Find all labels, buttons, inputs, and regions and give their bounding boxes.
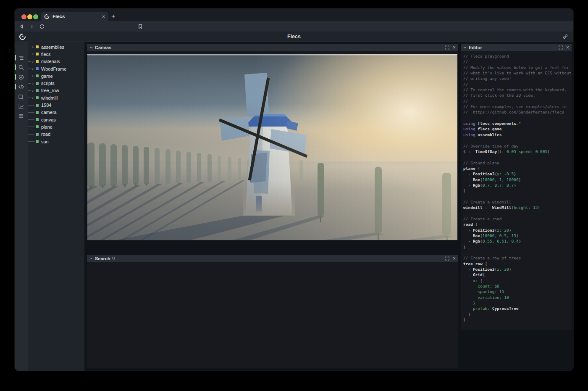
expand-chevron-icon[interactable]: › — [31, 88, 34, 93]
expand-chevron-icon[interactable]: › — [31, 81, 34, 86]
chevron-down-icon[interactable] — [89, 46, 93, 49]
code-line: - Rgb{0.55, 0.51, 0.4} — [463, 238, 571, 244]
code-line: // Create a row of trees — [463, 255, 571, 261]
code-line: // Ground plane — [463, 160, 571, 166]
tree-item[interactable]: ›flecs — [28, 50, 84, 58]
close-icon[interactable]: × — [566, 45, 569, 50]
reload-button[interactable] — [39, 24, 45, 29]
stats-chart-icon[interactable] — [15, 102, 28, 111]
log-list-icon[interactable] — [15, 111, 28, 120]
code-line: - Position3{z: 20} — [463, 227, 571, 233]
code-line — [463, 137, 571, 143]
tree-guide-line — [28, 134, 34, 135]
canvas-3d-view[interactable] — [87, 54, 457, 240]
search-icon — [112, 256, 116, 261]
fullscreen-icon[interactable] — [445, 256, 449, 261]
search-panel-header[interactable]: • Search × — [87, 255, 458, 262]
code-line: - Position3{z: 30} — [463, 267, 571, 272]
tree-guide-line — [28, 61, 31, 62]
code-line: prefab: CypressTree — [463, 306, 571, 311]
close-icon[interactable]: × — [453, 45, 456, 50]
canvas-panel: Canvas × — [87, 44, 458, 241]
tree-item-label: plane — [41, 124, 52, 129]
code-line: // Flecs playground — [463, 53, 571, 59]
bookmark-icon[interactable] — [137, 24, 143, 29]
tree-guide-line — [28, 112, 34, 113]
tree-item[interactable]: ›assemblies — [28, 43, 84, 50]
close-icon[interactable]: × — [453, 256, 456, 261]
tree-item[interactable]: sun — [28, 138, 84, 145]
close-window-button[interactable] — [21, 14, 26, 19]
inspector-icon[interactable] — [15, 92, 28, 102]
query-search-icon[interactable] — [15, 63, 28, 72]
code-editor[interactable]: // Flecs playground//// Modify the value… — [463, 53, 571, 328]
tree-item[interactable]: road — [28, 131, 84, 138]
entity-tree-icon[interactable] — [15, 53, 28, 62]
tab-title: Flecs — [52, 14, 99, 19]
code-line: // Create a windmill — [463, 199, 571, 205]
tree-guide-line — [28, 105, 34, 106]
canvas-panel-header[interactable]: Canvas × — [87, 44, 458, 51]
app-header: Flecs — [15, 32, 573, 42]
browser-tab[interactable]: Flecs × — [41, 12, 108, 21]
tree-item[interactable]: ›game — [28, 72, 84, 79]
minimize-window-button[interactable] — [27, 14, 32, 19]
back-button[interactable] — [19, 24, 25, 29]
code-line: // Modify the values below to get a feel… — [463, 65, 571, 70]
tree-guide-line — [28, 69, 31, 69]
collapsed-bullet-icon[interactable]: • — [89, 256, 93, 261]
editor-panel-header[interactable]: Editor × — [461, 44, 572, 51]
code-line — [463, 250, 571, 255]
expand-chevron-icon[interactable]: › — [31, 52, 34, 56]
fullscreen-icon[interactable] — [445, 45, 449, 50]
canvas-3d-icon[interactable] — [15, 72, 28, 82]
entity-color-square — [36, 60, 39, 63]
entity-color-square — [36, 89, 39, 92]
tree-item[interactable]: plane — [28, 123, 84, 130]
tree-item-label: windmill — [41, 95, 58, 100]
tree-item-label: materials — [41, 59, 60, 64]
code-line: // — [463, 82, 571, 87]
tab-close-icon[interactable]: × — [102, 14, 105, 19]
tree-guide-line — [28, 47, 31, 47]
share-link-icon[interactable] — [562, 34, 568, 40]
tree-guide-line — [28, 127, 34, 127]
expand-chevron-icon[interactable]: › — [31, 74, 34, 78]
entity-color-square — [36, 125, 39, 128]
tree-item[interactable]: ›scripts — [28, 79, 84, 87]
expand-chevron-icon[interactable]: › — [31, 66, 34, 71]
code-line: - Rgb{0.7, 0.7, 0.7} — [463, 182, 571, 188]
tree-item[interactable]: ›windmill — [28, 94, 84, 101]
browser-toolbar: flecs.dev/explorer/?wasm=https://www.fle… — [15, 21, 573, 32]
editor-panel-title: Editor — [469, 45, 556, 50]
chevron-down-icon[interactable] — [463, 46, 467, 49]
expand-chevron-icon[interactable]: › — [31, 59, 34, 64]
code-line: // Override time of day — [463, 143, 571, 149]
tree-item[interactable]: ›tree_row — [28, 87, 84, 94]
zoom-window-button[interactable] — [33, 14, 38, 19]
expand-chevron-icon[interactable]: › — [31, 45, 34, 49]
tree-item[interactable]: canvas — [28, 116, 84, 123]
code-line: x: { — [463, 278, 571, 283]
tree-guide-line — [28, 119, 34, 120]
code-line: - Box{10000, 0.5, 15} — [463, 233, 571, 238]
entity-color-square — [36, 96, 39, 99]
code-line — [463, 194, 571, 199]
code-line: // https://github.com/SanderMertens/flec… — [463, 109, 571, 115]
tab-strip: Flecs × + — [15, 8, 573, 21]
tree-item[interactable]: 1584 — [28, 101, 84, 108]
tree-item[interactable]: camera — [28, 109, 84, 116]
fullscreen-icon[interactable] — [559, 45, 563, 50]
code-editor-icon[interactable] — [15, 82, 28, 91]
tree-item[interactable]: ›WoodFrame — [28, 65, 84, 72]
tree-guide-line — [28, 90, 31, 91]
new-tab-button[interactable]: + — [111, 12, 115, 21]
tree-item[interactable]: ›materials — [28, 58, 84, 65]
code-line — [463, 154, 571, 160]
flecs-favicon — [44, 14, 50, 19]
code-line: // — [463, 98, 571, 104]
code-line — [463, 211, 571, 216]
forward-button[interactable] — [29, 24, 35, 29]
expand-chevron-icon[interactable]: › — [31, 95, 34, 100]
code-line: count: 60 — [463, 283, 571, 289]
